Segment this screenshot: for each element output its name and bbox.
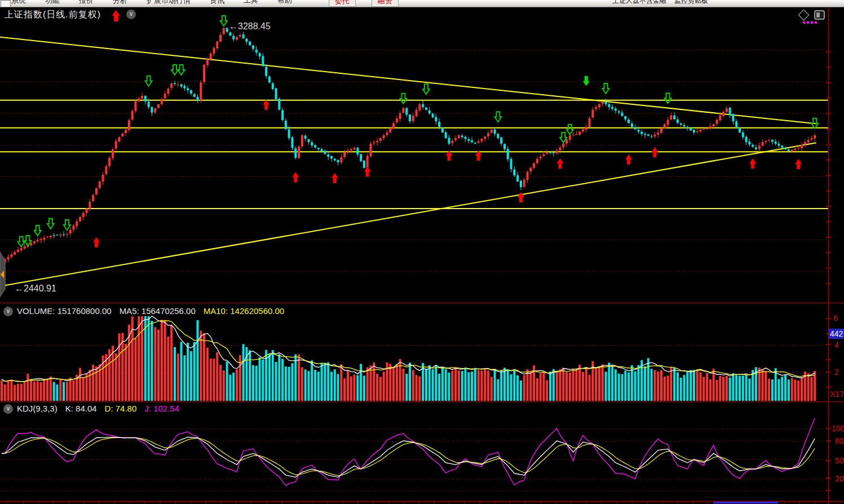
sell-signal-arrow (220, 16, 227, 26)
buy-signal-arrow (292, 172, 299, 182)
more-dots-icon (807, 21, 809, 24)
buy-signal-arrow (332, 173, 338, 183)
kdj-name: KDJ(9,3,3) (17, 404, 58, 413)
buy-signal-arrow (795, 159, 802, 169)
menu-item[interactable]: 分析 (113, 0, 127, 6)
buy-signal-arrow (263, 100, 269, 110)
collapse-volume-pane-button[interactable]: ∨ (3, 307, 13, 316)
sell-signal-arrow (603, 83, 609, 94)
buy-signal-arrow (93, 237, 100, 247)
collapse-kdj-pane-button[interactable]: ∨ (3, 404, 13, 414)
sell-signal-arrow (494, 112, 501, 122)
sell-signal-arrow-solid (583, 76, 590, 86)
menu-buttons: 委托融资 (329, 0, 414, 7)
collapse-main-pane-button[interactable]: ∨ (126, 10, 136, 19)
kdj-d-value: D: 74.80 (105, 404, 137, 413)
toolbar-icons[interactable] (798, 10, 824, 24)
menu-item[interactable]: 帮助 (277, 0, 292, 6)
vol-axis-tick-6: 6 (833, 313, 838, 322)
volume-ma10: MA10: 142620560.00 (204, 306, 284, 316)
vol-axis-tick-2: 2 (834, 368, 839, 377)
kdj-axis-tick-100: 100 (832, 424, 844, 433)
high-price-label: ←3288.45 (229, 21, 271, 32)
menu-action-button[interactable]: 委托 (329, 0, 356, 7)
buy-signal-arrow (749, 158, 756, 169)
chart-canvas[interactable] (0, 7, 844, 504)
volume-ma5: MA5: 156470256.00 (120, 306, 196, 316)
kdj-axis-tick-20: 20 (835, 474, 844, 483)
kdj-lines (2, 418, 815, 485)
buy-signal-arrow (556, 158, 563, 169)
menu-items: 系统功能报价分析扩展市场行情资讯工具帮助 (11, 0, 311, 6)
more-dots-icon (811, 21, 813, 24)
vol-axis-multiplier: X17 (830, 390, 844, 399)
title-up-arrow-icon (112, 10, 120, 21)
sell-signal-arrow (665, 93, 671, 103)
kdj-k-value: K: 84.04 (65, 404, 97, 413)
volume-current-badge: 442 (829, 329, 844, 339)
menu-item[interactable]: 资讯 (210, 0, 224, 6)
sell-signal-arrow (171, 65, 178, 75)
menu-status-labels: 上证大盘不含金融监控剪贴板 (612, 0, 716, 6)
more-dots-icon (803, 21, 805, 24)
more-dots-icon (815, 21, 817, 24)
menu-item[interactable]: 工具 (244, 0, 258, 6)
menu-status-label: 上证大盘不含金融 (612, 0, 666, 6)
candlesticks (1, 27, 816, 290)
date-range-highlight (713, 502, 778, 503)
buy-signal-arrow (625, 154, 632, 165)
sell-signal-arrow (423, 84, 430, 94)
menu-item[interactable]: 扩展市场行情 (147, 0, 191, 6)
menu-item[interactable]: 系统 (11, 0, 26, 6)
volume-ma-lines (2, 316, 815, 382)
sell-signal-arrow (18, 237, 25, 247)
kdj-header: KDJ(9,3,3)K: 84.04D: 74.80J: 102.54 (17, 404, 179, 413)
kdj-axis-tick-50: 50 (835, 456, 844, 465)
volume-header: VOLUME: 151760800.00MA5: 156470256.00MA1… (17, 306, 292, 316)
volume-bars (1, 316, 816, 401)
sell-signal-arrow (34, 226, 41, 236)
menu-item[interactable]: 功能 (45, 0, 60, 6)
sell-signal-arrow (47, 219, 54, 229)
trend-lines (0, 37, 828, 286)
menu-action-button[interactable]: 融资 (372, 0, 399, 7)
menu-item[interactable]: 报价 (79, 0, 94, 6)
menu-status-label: 监控剪贴板 (674, 0, 708, 6)
kdj-axis-tick-80: 80 (835, 436, 844, 445)
volume-value: VOLUME: 151760800.00 (17, 306, 112, 316)
symbol-title: 上证指数(日线.前复权) (5, 9, 101, 21)
low-price-label: ←2440.91 (15, 284, 56, 294)
sell-signal-arrow (64, 220, 70, 230)
app-window: 系统功能报价分析扩展市场行情资讯工具帮助 委托融资 上证大盘不含金融监控剪贴板 … (0, 0, 844, 504)
buy-signal-arrow (364, 166, 371, 176)
sell-signal-arrow (400, 94, 406, 104)
left-splitter-handle[interactable] (0, 252, 5, 297)
kdj-j-value: J: 102.54 (144, 404, 179, 413)
buy-signal-arrow (651, 147, 658, 157)
sell-signal-arrow (145, 76, 152, 86)
vol-axis-tick-4: 4 (834, 341, 839, 350)
sell-signal-arrow (178, 65, 185, 75)
diamond-tool-icon (798, 10, 808, 20)
